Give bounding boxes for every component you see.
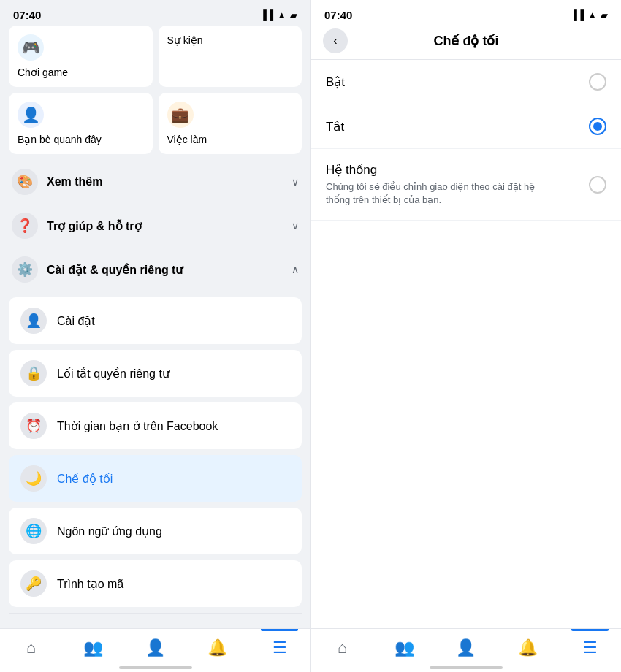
wifi-icon: ▲ — [277, 9, 286, 20]
profile-icon: 👤 — [145, 638, 165, 657]
jobs-label: Việc làm — [167, 134, 294, 145]
nav-active-bar — [261, 629, 298, 631]
xem-them-chevron: ∨ — [292, 176, 299, 188]
right-bottom-nav: ⌂ 👥 👤 🔔 ☰ — [311, 628, 621, 672]
friends-icon: 👥 — [83, 638, 103, 657]
section-cai-dat[interactable]: ⚙️ Cài đặt & quyền riêng tư ∧ — [9, 248, 302, 291]
back-icon: ‹ — [333, 34, 337, 47]
back-button[interactable]: ‹ — [323, 28, 348, 53]
tro-giup-icon: ❓ — [12, 213, 38, 239]
left-content: 🎮 Chơi game Sự kiện 👤 Bạn bè quanh đây 💼… — [0, 26, 310, 672]
xem-them-label: Xem thêm — [47, 175, 102, 188]
right-nav-notifications[interactable]: 🔔 — [497, 629, 559, 666]
signal-icon: ▐▐ — [260, 9, 273, 20]
right-nav-profile[interactable]: 👤 — [435, 629, 498, 666]
menu-trinh-tao-ma[interactable]: 🔑 Trình tạo mã — [9, 560, 302, 607]
right-options-list: Bật Tắt Hệ thống Chúng tôi sẽ điều chỉnh… — [311, 60, 621, 672]
right-time: 07:40 — [324, 9, 352, 21]
left-status-icons: ▐▐ ▲ ▰ — [260, 9, 297, 20]
section-xem-them[interactable]: 🎨 Xem thêm ∨ — [9, 160, 302, 204]
menu-che-do-toi[interactable]: 🌙 Chế độ tối — [9, 455, 302, 502]
xem-them-icon: 🎨 — [12, 169, 38, 195]
quick-grid: 🎮 Chơi game Sự kiện 👤 Bạn bè quanh đây 💼… — [9, 26, 302, 154]
che-do-toi-icon: 🌙 — [20, 465, 47, 492]
menu-icon: ☰ — [273, 638, 287, 657]
left-home-indicator — [119, 666, 192, 669]
events-label: Sự kiện — [167, 34, 294, 46]
trinh-tao-ma-label: Trình tạo mã — [57, 577, 123, 591]
tro-giup-chevron: ∨ — [292, 220, 299, 232]
right-status-bar: 07:40 ▐▐ ▲ ▰ — [311, 0, 621, 26]
option-bat-radio[interactable] — [589, 73, 606, 91]
option-tat-radio[interactable] — [589, 118, 606, 135]
quick-item-nearby[interactable]: 👤 Bạn bè quanh đây — [9, 93, 153, 154]
cai-dat-chevron: ∧ — [292, 264, 299, 275]
section-tro-giup[interactable]: ❓ Trợ giúp & hỗ trợ ∨ — [9, 204, 302, 248]
jobs-icon: 💼 — [167, 102, 194, 128]
option-tat-label: Tắt — [326, 119, 344, 134]
trinh-tao-ma-icon: 🔑 — [20, 570, 47, 597]
loi-tat-icon: 🔒 — [20, 360, 47, 386]
left-nav-menu[interactable]: ☰ — [248, 629, 310, 666]
option-he-thong-label: Hệ thống — [326, 162, 545, 177]
menu-loi-tat[interactable]: 🔒 Lối tắt quyền riêng tư — [9, 350, 302, 397]
radio-selected-dot — [593, 122, 602, 131]
left-status-bar: 07:40 ▐▐ ▲ ▰ — [0, 0, 310, 26]
option-he-thong-radio[interactable] — [589, 176, 606, 194]
menu-cai-dat[interactable]: 👤 Cài đặt — [9, 297, 302, 344]
divider-logout — [9, 613, 302, 614]
right-nav-home[interactable]: ⌂ — [311, 629, 373, 666]
cai-dat-section-icon: ⚙️ — [12, 256, 38, 283]
right-friends-icon: 👥 — [395, 638, 414, 657]
home-icon: ⌂ — [26, 638, 36, 657]
option-he-thong[interactable]: Hệ thống Chúng tôi sẽ điều chỉnh giao di… — [311, 149, 621, 221]
left-nav-notifications[interactable]: 🔔 — [186, 629, 248, 666]
cai-dat-section-label: Cài đặt & quyền riêng tư — [47, 263, 183, 277]
ngon-ngu-icon: 🌐 — [20, 518, 47, 544]
right-wifi-icon: ▲ — [587, 9, 597, 20]
right-nav-active-bar — [571, 629, 609, 631]
cai-dat-icon: 👤 — [20, 308, 47, 334]
loi-tat-label: Lối tắt quyền riêng tư — [57, 367, 169, 381]
option-bat[interactable]: Bật — [311, 60, 621, 104]
quick-item-jobs[interactable]: 💼 Việc làm — [159, 93, 302, 154]
thoi-gian-icon: ⏰ — [20, 413, 47, 439]
cai-dat-label: Cài đặt — [57, 314, 95, 328]
right-battery-icon: ▰ — [601, 9, 608, 20]
quick-item-events[interactable]: Sự kiện — [159, 26, 302, 87]
thoi-gian-label: Thời gian bạn ở trên Facebook — [57, 419, 218, 433]
right-header: ‹ Chế độ tối — [311, 26, 621, 60]
game-label: Chơi game — [18, 66, 144, 78]
left-nav-friends[interactable]: 👥 — [62, 629, 124, 666]
menu-thoi-gian[interactable]: ⏰ Thời gian bạn ở trên Facebook — [9, 402, 302, 449]
option-tat[interactable]: Tắt — [311, 104, 621, 149]
right-home-indicator — [430, 666, 503, 669]
option-bat-label: Bật — [326, 75, 345, 90]
menu-ngon-ngu[interactable]: 🌐 Ngôn ngữ ứng dụng — [9, 508, 302, 554]
left-nav-profile[interactable]: 👤 — [124, 629, 186, 666]
right-signal-icon: ▐▐ — [571, 9, 584, 20]
left-panel: 07:40 ▐▐ ▲ ▰ 🎮 Chơi game Sự kiện 👤 Bạn b… — [0, 0, 310, 672]
right-notifications-icon: 🔔 — [518, 638, 538, 657]
che-do-toi-label: Chế độ tối — [57, 472, 113, 486]
right-title: Chế độ tối — [434, 33, 499, 49]
tro-giup-label: Trợ giúp & hỗ trợ — [47, 219, 142, 233]
battery-icon: ▰ — [290, 9, 297, 20]
right-menu-icon: ☰ — [583, 638, 598, 657]
left-time: 07:40 — [13, 9, 41, 21]
right-home-icon: ⌂ — [338, 638, 347, 657]
nearby-icon: 👤 — [18, 102, 44, 128]
right-panel: 07:40 ▐▐ ▲ ▰ ‹ Chế độ tối Bật Tắt — [310, 0, 621, 672]
right-status-icons: ▐▐ ▲ ▰ — [571, 9, 608, 20]
left-bottom-nav: ⌂ 👥 👤 🔔 ☰ — [0, 628, 310, 672]
game-icon: 🎮 — [18, 34, 44, 61]
right-profile-icon: 👤 — [456, 638, 476, 657]
left-nav-home[interactable]: ⌂ — [0, 629, 62, 666]
option-he-thong-sublabel: Chúng tôi sẽ điều chỉnh giao diện theo c… — [326, 180, 545, 207]
ngon-ngu-label: Ngôn ngữ ứng dụng — [57, 524, 162, 538]
quick-item-game[interactable]: 🎮 Chơi game — [9, 26, 153, 87]
nearby-label: Bạn bè quanh đây — [18, 134, 144, 145]
right-nav-friends[interactable]: 👥 — [373, 629, 435, 666]
notifications-icon: 🔔 — [207, 638, 227, 657]
right-nav-menu[interactable]: ☰ — [559, 629, 621, 666]
